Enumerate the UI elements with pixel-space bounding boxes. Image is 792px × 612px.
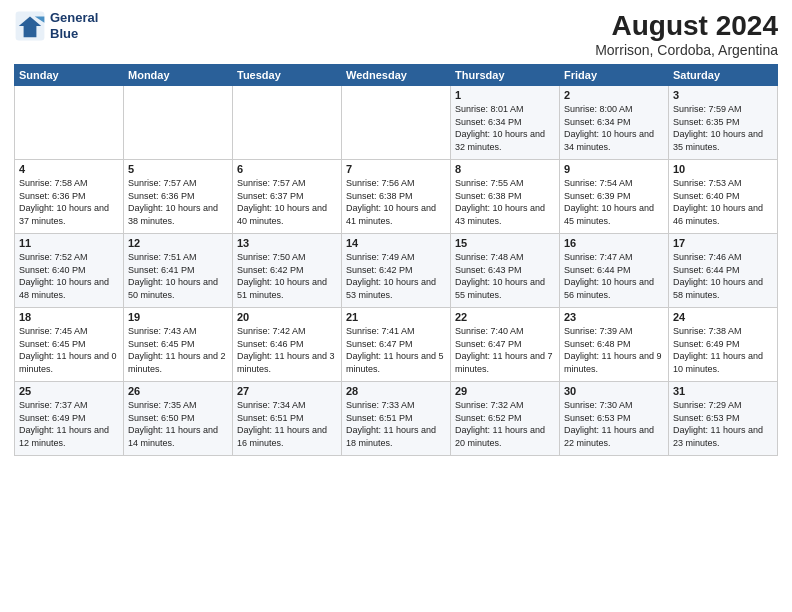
sub-title: Morrison, Cordoba, Argentina xyxy=(595,42,778,58)
day-number: 21 xyxy=(346,311,446,323)
day-info: Sunrise: 7:43 AM Sunset: 6:45 PM Dayligh… xyxy=(128,325,228,375)
calendar-cell xyxy=(342,86,451,160)
day-number: 26 xyxy=(128,385,228,397)
calendar-cell: 1 Sunrise: 8:01 AM Sunset: 6:34 PM Dayli… xyxy=(451,86,560,160)
day-info: Sunrise: 7:32 AM Sunset: 6:52 PM Dayligh… xyxy=(455,399,555,449)
day-info: Sunrise: 7:30 AM Sunset: 6:53 PM Dayligh… xyxy=(564,399,664,449)
day-number: 9 xyxy=(564,163,664,175)
day-number: 20 xyxy=(237,311,337,323)
week-row-0: 1 Sunrise: 8:01 AM Sunset: 6:34 PM Dayli… xyxy=(15,86,778,160)
day-info: Sunrise: 7:35 AM Sunset: 6:50 PM Dayligh… xyxy=(128,399,228,449)
day-number: 14 xyxy=(346,237,446,249)
day-info: Sunrise: 7:51 AM Sunset: 6:41 PM Dayligh… xyxy=(128,251,228,301)
day-number: 22 xyxy=(455,311,555,323)
day-number: 6 xyxy=(237,163,337,175)
day-number: 18 xyxy=(19,311,119,323)
calendar-cell: 23 Sunrise: 7:39 AM Sunset: 6:48 PM Dayl… xyxy=(560,308,669,382)
day-number: 19 xyxy=(128,311,228,323)
calendar-cell: 17 Sunrise: 7:46 AM Sunset: 6:44 PM Dayl… xyxy=(669,234,778,308)
day-number: 7 xyxy=(346,163,446,175)
col-thursday: Thursday xyxy=(451,65,560,86)
calendar-cell: 4 Sunrise: 7:58 AM Sunset: 6:36 PM Dayli… xyxy=(15,160,124,234)
calendar-cell: 12 Sunrise: 7:51 AM Sunset: 6:41 PM Dayl… xyxy=(124,234,233,308)
day-number: 10 xyxy=(673,163,773,175)
day-info: Sunrise: 7:55 AM Sunset: 6:38 PM Dayligh… xyxy=(455,177,555,227)
day-info: Sunrise: 7:42 AM Sunset: 6:46 PM Dayligh… xyxy=(237,325,337,375)
day-number: 8 xyxy=(455,163,555,175)
calendar-cell: 13 Sunrise: 7:50 AM Sunset: 6:42 PM Dayl… xyxy=(233,234,342,308)
day-number: 17 xyxy=(673,237,773,249)
calendar-cell: 24 Sunrise: 7:38 AM Sunset: 6:49 PM Dayl… xyxy=(669,308,778,382)
logo-line2: Blue xyxy=(50,26,98,42)
col-monday: Monday xyxy=(124,65,233,86)
day-info: Sunrise: 7:57 AM Sunset: 6:37 PM Dayligh… xyxy=(237,177,337,227)
day-info: Sunrise: 7:59 AM Sunset: 6:35 PM Dayligh… xyxy=(673,103,773,153)
calendar-cell: 9 Sunrise: 7:54 AM Sunset: 6:39 PM Dayli… xyxy=(560,160,669,234)
title-block: August 2024 Morrison, Cordoba, Argentina xyxy=(595,10,778,58)
day-number: 31 xyxy=(673,385,773,397)
day-number: 27 xyxy=(237,385,337,397)
logo-icon xyxy=(14,10,46,42)
day-number: 30 xyxy=(564,385,664,397)
calendar-cell: 27 Sunrise: 7:34 AM Sunset: 6:51 PM Dayl… xyxy=(233,382,342,456)
calendar-cell: 18 Sunrise: 7:45 AM Sunset: 6:45 PM Dayl… xyxy=(15,308,124,382)
calendar-cell: 5 Sunrise: 7:57 AM Sunset: 6:36 PM Dayli… xyxy=(124,160,233,234)
week-row-4: 25 Sunrise: 7:37 AM Sunset: 6:49 PM Dayl… xyxy=(15,382,778,456)
calendar-cell: 3 Sunrise: 7:59 AM Sunset: 6:35 PM Dayli… xyxy=(669,86,778,160)
day-info: Sunrise: 7:56 AM Sunset: 6:38 PM Dayligh… xyxy=(346,177,446,227)
calendar-cell: 19 Sunrise: 7:43 AM Sunset: 6:45 PM Dayl… xyxy=(124,308,233,382)
day-info: Sunrise: 7:41 AM Sunset: 6:47 PM Dayligh… xyxy=(346,325,446,375)
logo: General Blue xyxy=(14,10,98,42)
header-row: Sunday Monday Tuesday Wednesday Thursday… xyxy=(15,65,778,86)
day-info: Sunrise: 7:29 AM Sunset: 6:53 PM Dayligh… xyxy=(673,399,773,449)
calendar-table: Sunday Monday Tuesday Wednesday Thursday… xyxy=(14,64,778,456)
calendar-cell: 6 Sunrise: 7:57 AM Sunset: 6:37 PM Dayli… xyxy=(233,160,342,234)
day-info: Sunrise: 7:50 AM Sunset: 6:42 PM Dayligh… xyxy=(237,251,337,301)
calendar-cell: 15 Sunrise: 7:48 AM Sunset: 6:43 PM Dayl… xyxy=(451,234,560,308)
main-title: August 2024 xyxy=(595,10,778,42)
day-info: Sunrise: 7:58 AM Sunset: 6:36 PM Dayligh… xyxy=(19,177,119,227)
day-number: 13 xyxy=(237,237,337,249)
day-number: 25 xyxy=(19,385,119,397)
col-wednesday: Wednesday xyxy=(342,65,451,86)
day-number: 24 xyxy=(673,311,773,323)
day-info: Sunrise: 7:33 AM Sunset: 6:51 PM Dayligh… xyxy=(346,399,446,449)
day-info: Sunrise: 8:01 AM Sunset: 6:34 PM Dayligh… xyxy=(455,103,555,153)
day-info: Sunrise: 7:45 AM Sunset: 6:45 PM Dayligh… xyxy=(19,325,119,375)
day-number: 29 xyxy=(455,385,555,397)
week-row-2: 11 Sunrise: 7:52 AM Sunset: 6:40 PM Dayl… xyxy=(15,234,778,308)
day-info: Sunrise: 7:52 AM Sunset: 6:40 PM Dayligh… xyxy=(19,251,119,301)
calendar-cell: 30 Sunrise: 7:30 AM Sunset: 6:53 PM Dayl… xyxy=(560,382,669,456)
calendar-cell: 7 Sunrise: 7:56 AM Sunset: 6:38 PM Dayli… xyxy=(342,160,451,234)
day-number: 12 xyxy=(128,237,228,249)
day-info: Sunrise: 7:57 AM Sunset: 6:36 PM Dayligh… xyxy=(128,177,228,227)
calendar-cell: 11 Sunrise: 7:52 AM Sunset: 6:40 PM Dayl… xyxy=(15,234,124,308)
day-info: Sunrise: 7:37 AM Sunset: 6:49 PM Dayligh… xyxy=(19,399,119,449)
day-info: Sunrise: 7:34 AM Sunset: 6:51 PM Dayligh… xyxy=(237,399,337,449)
calendar-cell: 28 Sunrise: 7:33 AM Sunset: 6:51 PM Dayl… xyxy=(342,382,451,456)
calendar-cell: 14 Sunrise: 7:49 AM Sunset: 6:42 PM Dayl… xyxy=(342,234,451,308)
week-row-1: 4 Sunrise: 7:58 AM Sunset: 6:36 PM Dayli… xyxy=(15,160,778,234)
calendar-cell: 31 Sunrise: 7:29 AM Sunset: 6:53 PM Dayl… xyxy=(669,382,778,456)
day-info: Sunrise: 7:48 AM Sunset: 6:43 PM Dayligh… xyxy=(455,251,555,301)
day-number: 15 xyxy=(455,237,555,249)
calendar-cell: 2 Sunrise: 8:00 AM Sunset: 6:34 PM Dayli… xyxy=(560,86,669,160)
day-info: Sunrise: 7:39 AM Sunset: 6:48 PM Dayligh… xyxy=(564,325,664,375)
calendar-cell: 8 Sunrise: 7:55 AM Sunset: 6:38 PM Dayli… xyxy=(451,160,560,234)
day-number: 28 xyxy=(346,385,446,397)
day-info: Sunrise: 8:00 AM Sunset: 6:34 PM Dayligh… xyxy=(564,103,664,153)
calendar-cell: 22 Sunrise: 7:40 AM Sunset: 6:47 PM Dayl… xyxy=(451,308,560,382)
day-info: Sunrise: 7:49 AM Sunset: 6:42 PM Dayligh… xyxy=(346,251,446,301)
col-tuesday: Tuesday xyxy=(233,65,342,86)
day-number: 3 xyxy=(673,89,773,101)
day-info: Sunrise: 7:47 AM Sunset: 6:44 PM Dayligh… xyxy=(564,251,664,301)
col-friday: Friday xyxy=(560,65,669,86)
day-number: 1 xyxy=(455,89,555,101)
calendar-cell: 21 Sunrise: 7:41 AM Sunset: 6:47 PM Dayl… xyxy=(342,308,451,382)
day-info: Sunrise: 7:54 AM Sunset: 6:39 PM Dayligh… xyxy=(564,177,664,227)
calendar-cell: 29 Sunrise: 7:32 AM Sunset: 6:52 PM Dayl… xyxy=(451,382,560,456)
calendar-cell: 16 Sunrise: 7:47 AM Sunset: 6:44 PM Dayl… xyxy=(560,234,669,308)
col-saturday: Saturday xyxy=(669,65,778,86)
calendar-cell: 26 Sunrise: 7:35 AM Sunset: 6:50 PM Dayl… xyxy=(124,382,233,456)
calendar-cell: 25 Sunrise: 7:37 AM Sunset: 6:49 PM Dayl… xyxy=(15,382,124,456)
